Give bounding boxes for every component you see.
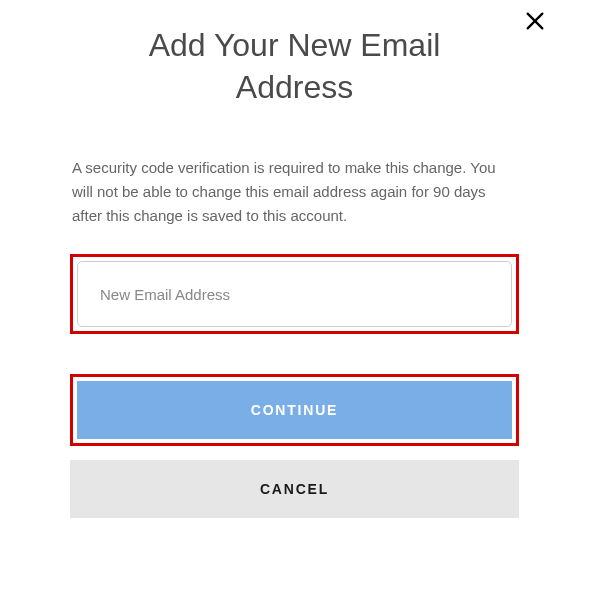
security-description: A security code verification is required… bbox=[70, 156, 519, 228]
close-button[interactable] bbox=[521, 8, 549, 36]
continue-button-highlight: CONTINUE bbox=[70, 374, 519, 446]
email-input-highlight bbox=[70, 254, 519, 334]
new-email-input[interactable] bbox=[77, 261, 512, 327]
cancel-button[interactable]: CANCEL bbox=[70, 460, 519, 518]
modal-title: Add Your New Email Address bbox=[70, 25, 519, 108]
close-icon bbox=[524, 10, 546, 35]
continue-button[interactable]: CONTINUE bbox=[77, 381, 512, 439]
